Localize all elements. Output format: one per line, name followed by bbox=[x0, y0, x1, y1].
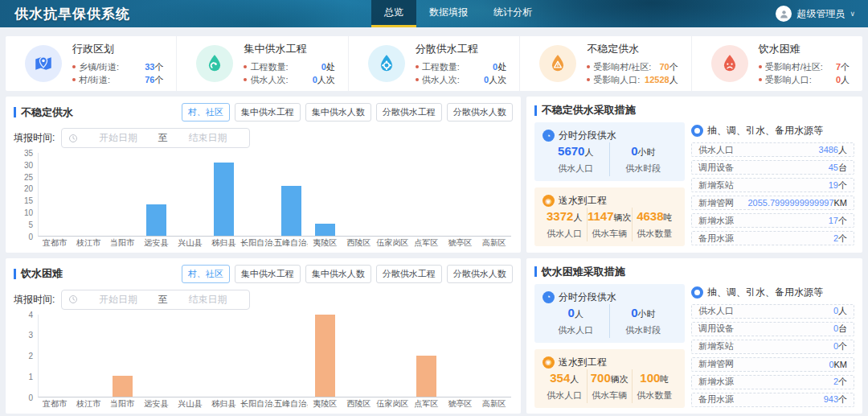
stat-supply-vehicles: 1147辆次 供水车辆 bbox=[588, 208, 633, 241]
filter-tab-centralized-projects[interactable]: 集中供水工程 bbox=[235, 103, 301, 122]
filter-tab-dispersed-people[interactable]: 分散供水人数 bbox=[447, 265, 513, 283]
charts-column: 不稳定供水 村、社区 集中供水工程 集中供水人数 分散供水工程 分散供水人数 填… bbox=[6, 97, 521, 414]
map-pin-icon bbox=[25, 45, 62, 82]
filter-tab-centralized-people[interactable]: 集中供水人数 bbox=[305, 265, 371, 283]
source-row: 新增管网0KM bbox=[691, 357, 854, 372]
date-filter-row: 填报时间: 开始日期 至 结束日期 bbox=[6, 288, 521, 313]
date-separator: 至 bbox=[158, 131, 168, 145]
date-range-input[interactable]: 开始日期 至 结束日期 bbox=[61, 128, 250, 148]
x-tick-label: 伍家岗区 bbox=[375, 398, 409, 410]
x-tick-label: 长阳自治县 bbox=[240, 237, 274, 249]
stat-line: 受影响人口: 0人 bbox=[759, 73, 850, 86]
timed-supply-card: ◔ 分时分段供水 5670人 供水人口 0小时 供水时段 bbox=[534, 122, 685, 181]
bullet-icon bbox=[244, 78, 247, 81]
stat-title: 不稳定供水 bbox=[587, 42, 678, 56]
end-date-placeholder: 结束日期 bbox=[173, 131, 244, 145]
drinking-difficulty-icon bbox=[711, 45, 748, 82]
panel-title: 饮水困难 bbox=[14, 266, 63, 281]
user-name: 超级管理员 bbox=[796, 7, 845, 21]
y-tick-label: 4 bbox=[28, 310, 33, 319]
tab-overview[interactable]: 总览 bbox=[371, 0, 416, 27]
y-tick-label: 2 bbox=[28, 352, 33, 360]
x-tick-label: 点军区 bbox=[410, 237, 444, 249]
subcard-title: 送水到工程 bbox=[559, 356, 607, 369]
water-delivery-icon: ◉ bbox=[542, 356, 555, 369]
stat-unit: 人 bbox=[669, 73, 678, 86]
stat-line: 供水人次: 0人次 bbox=[244, 73, 334, 86]
x-tick-label: 夷陵区 bbox=[308, 237, 342, 249]
x-tick-label: 秭归县 bbox=[207, 237, 240, 249]
filter-tab-dispersed-projects[interactable]: 分散供水工程 bbox=[376, 103, 442, 122]
bullet-icon bbox=[72, 65, 76, 68]
date-filter-label: 填报时间: bbox=[14, 293, 55, 307]
bar-column bbox=[444, 153, 477, 236]
chart-bar bbox=[281, 186, 301, 236]
date-range-input[interactable]: 开始日期 至 结束日期 bbox=[61, 290, 250, 310]
bar-column bbox=[207, 153, 241, 236]
chart-filter-tabs: 村、社区 集中供水工程 集中供水人数 分散供水工程 分散供水人数 bbox=[182, 103, 513, 122]
subcard-title: 分时分段供水 bbox=[559, 290, 616, 304]
y-tick-label: 5 bbox=[28, 220, 33, 229]
x-tick-label: 西陵区 bbox=[342, 398, 375, 410]
chart-filter-tabs: 村、社区 集中供水工程 集中供水人数 分散供水工程 分散供水人数 bbox=[182, 265, 513, 283]
filter-tab-dispersed-projects[interactable]: 分散供水工程 bbox=[376, 265, 442, 283]
bar-column bbox=[140, 315, 174, 397]
stat-card-dispersed-projects: 分散供水工程 工程数量: 0处 供水人次: 0人次 bbox=[349, 36, 520, 91]
stat-value: 76 bbox=[145, 73, 154, 86]
filter-tab-village-community[interactable]: 村、社区 bbox=[182, 103, 230, 122]
bar-column bbox=[106, 153, 140, 236]
x-axis-labels: 宜都市枝江市当阳市远安县兴山县秭归县长阳自治县五峰自治县夷陵区西陵区伍家岗区点军… bbox=[38, 397, 511, 410]
y-tick-label: 0 bbox=[28, 232, 33, 241]
bullet-icon bbox=[759, 65, 762, 68]
stat-line: 受影响村/社区: 70个 bbox=[587, 60, 678, 73]
x-tick-label: 五峰自治县 bbox=[274, 398, 308, 410]
stat-supply-vehicles: 700辆次 供水车辆 bbox=[588, 369, 633, 403]
filter-tab-dispersed-people[interactable]: 分散供水人数 bbox=[447, 103, 513, 122]
dispersed-water-icon bbox=[368, 45, 405, 82]
stat-unit: 人次 bbox=[317, 73, 335, 86]
source-row: 新增泵站19个 bbox=[691, 178, 854, 192]
x-tick-label: 兴山县 bbox=[173, 398, 207, 410]
stat-label: 村/街道: bbox=[79, 73, 110, 86]
source-row: 调用设备45台 bbox=[691, 160, 854, 175]
user-menu[interactable]: 超级管理员 ∨ bbox=[776, 0, 868, 27]
timed-supply-card: ◔ 分时分段供水 0人 供水人口 0小时 供水时段 bbox=[534, 284, 685, 343]
bar-column bbox=[376, 315, 410, 397]
bar-column bbox=[309, 153, 342, 236]
stat-supply-population: 354人 供水人口 bbox=[542, 369, 588, 403]
date-filter-label: 填报时间: bbox=[14, 131, 55, 145]
chart-bar bbox=[146, 204, 166, 235]
bar-column bbox=[72, 315, 106, 397]
chart-bar bbox=[113, 376, 133, 397]
water-sources-icon bbox=[691, 286, 703, 299]
tab-statistics[interactable]: 统计分析 bbox=[481, 0, 545, 27]
panel-title: 不稳定供水采取措施 bbox=[534, 103, 636, 117]
bar-column bbox=[410, 153, 444, 236]
source-row: 备用水源943个 bbox=[691, 393, 854, 407]
stat-card-centralized-projects: 集中供水工程 工程数量: 0处 供水人次: 0人次 bbox=[177, 36, 348, 91]
x-tick-label: 猇亭区 bbox=[444, 398, 477, 410]
x-tick-label: 宜都市 bbox=[38, 237, 72, 249]
panel-header: 不稳定供水采取措施 bbox=[526, 97, 862, 122]
x-tick-label: 高新区 bbox=[477, 237, 511, 249]
stat-unit: 个 bbox=[841, 60, 850, 73]
stat-supply-period: 0小时 供水时段 bbox=[610, 142, 677, 176]
stat-title: 分散供水工程 bbox=[416, 42, 506, 56]
water-delivery-card: ◉ 送水到工程 3372人 供水人口 1147辆次 供水车辆 bbox=[534, 187, 685, 246]
subcard-stats: 5670人 供水人口 0小时 供水时段 bbox=[542, 142, 677, 176]
x-tick-label: 远安县 bbox=[139, 398, 173, 410]
tab-data-entry[interactable]: 数据填报 bbox=[416, 0, 481, 27]
stat-card-admin-divisions: 行政区划 乡镇/街道: 33个 村/街道: 76个 bbox=[6, 36, 177, 91]
stat-supply-amount: 100吨 供水数量 bbox=[633, 369, 677, 403]
chart-bar bbox=[214, 163, 234, 236]
x-axis-labels: 宜都市枝江市当阳市远安县兴山县秭归县长阳自治县五峰自治县夷陵区西陵区伍家岗区点军… bbox=[38, 237, 511, 249]
filter-tab-centralized-projects[interactable]: 集中供水工程 bbox=[235, 265, 301, 283]
subcard-header: ◔ 分时分段供水 bbox=[542, 290, 677, 304]
filter-tab-village-community[interactable]: 村、社区 bbox=[182, 265, 230, 283]
stat-label: 受影响人口: bbox=[593, 73, 640, 86]
bullet-icon bbox=[72, 78, 76, 81]
stat-value: 70 bbox=[659, 60, 669, 73]
filter-tab-centralized-people[interactable]: 集中供水人数 bbox=[305, 103, 371, 122]
clock-icon bbox=[68, 294, 78, 304]
bar-column bbox=[376, 153, 410, 236]
